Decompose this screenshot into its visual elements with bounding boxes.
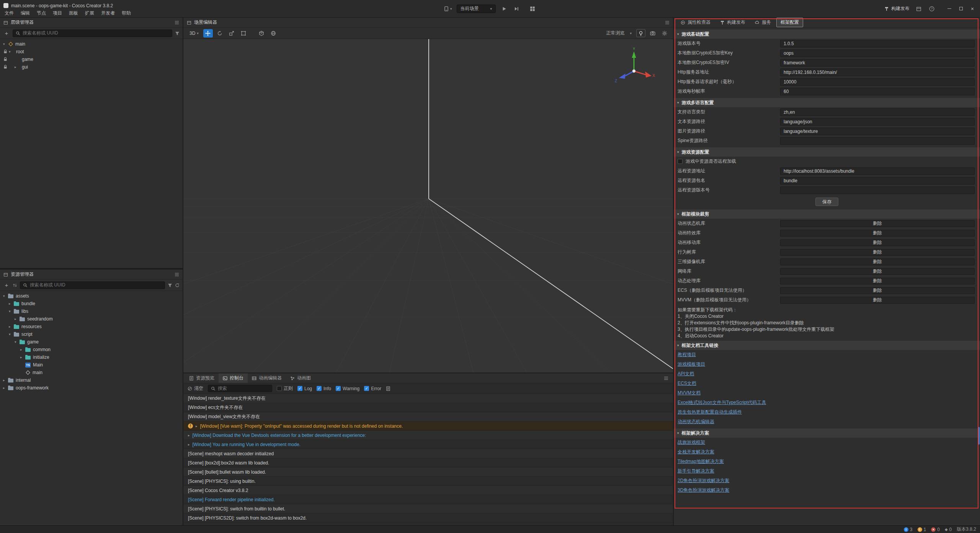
- lighting-toggle-button[interactable]: [636, 29, 645, 37]
- scrollbar-thumb[interactable]: [978, 427, 980, 445]
- delete-module-button[interactable]: 删除: [780, 278, 975, 284]
- tree-node[interactable]: game: [0, 56, 183, 63]
- camera-settings-button[interactable]: [648, 29, 657, 38]
- field-input[interactable]: 10000: [780, 78, 975, 86]
- panel-menu-icon[interactable]: [664, 376, 668, 381]
- doc-link[interactable]: API文档: [678, 371, 694, 377]
- expand-arrow-icon[interactable]: ▸: [15, 317, 20, 321]
- expand-arrow-icon[interactable]: ▾: [9, 50, 14, 54]
- log-line[interactable]: ! ▸ [Window] model_view文件夹不存在: [183, 412, 673, 422]
- rect-tool-button[interactable]: [239, 29, 248, 38]
- clear-console-button[interactable]: 清空: [188, 385, 203, 392]
- console-tab[interactable]: 资源预览: [185, 373, 219, 383]
- inspector-tab[interactable]: 服务: [751, 18, 775, 27]
- console-search-input[interactable]: 搜索: [208, 385, 272, 392]
- move-tool-button[interactable]: [203, 29, 213, 38]
- panel-menu-icon[interactable]: [175, 20, 179, 25]
- log-line[interactable]: ! ▸ [Scene] [PHYSICS]: using builtin.: [183, 477, 673, 486]
- assets-search-input[interactable]: 搜索名称或 UUID: [20, 281, 165, 289]
- tree-node[interactable]: ▾ game: [0, 338, 183, 346]
- doc-link[interactable]: MVVM文档: [678, 390, 701, 396]
- log-line[interactable]: ! ▸ [Scene] [bullet]:bullet wasm lib loa…: [183, 468, 673, 477]
- tree-node[interactable]: ▸ initialize: [0, 353, 183, 361]
- doc-link[interactable]: ECS文档: [678, 380, 696, 387]
- log-line[interactable]: ! ▸ [Scene] Cocos Creator v3.8.2: [183, 486, 673, 495]
- maximize-button[interactable]: [956, 4, 966, 13]
- menu-item[interactable]: 节点: [33, 9, 49, 17]
- refresh-icon[interactable]: [175, 283, 180, 288]
- field-input[interactable]: oops: [780, 49, 975, 57]
- inspector-tab[interactable]: 框架配置: [776, 18, 803, 27]
- section-header[interactable]: ▾ 游戏基础配置: [674, 29, 980, 39]
- console-tab[interactable]: 动画图: [286, 373, 315, 383]
- log-line[interactable]: ! ▸ [Window] Download the Vue Devtools e…: [183, 431, 673, 440]
- log-line[interactable]: ! ▸ [Scene] [box2d]:box2d wasm lib loade…: [183, 458, 673, 468]
- log-line[interactable]: ! ▸ [Scene] [PHYSICS2D]: switch from box…: [183, 513, 673, 523]
- menu-item[interactable]: 项目: [49, 9, 65, 17]
- expand-arrow-icon[interactable]: ▸: [3, 386, 8, 390]
- field-input[interactable]: framework: [780, 59, 975, 67]
- section-header[interactable]: ▾ 框架文档工具链接: [674, 341, 980, 350]
- field-input[interactable]: [780, 186, 975, 194]
- log-line[interactable]: ! ▸ [Scene] [PHYSICS]: switch from built…: [183, 504, 673, 513]
- log-filter[interactable]: ✓ Info: [317, 386, 331, 391]
- delete-module-button[interactable]: 删除: [780, 220, 975, 227]
- log-line[interactable]: ! ▸ [Window] You are running Vue in deve…: [183, 440, 673, 449]
- checkbox[interactable]: [277, 386, 282, 391]
- field-input[interactable]: language/texture: [780, 128, 975, 135]
- expand-arrow-icon[interactable]: ▸: [15, 65, 20, 69]
- tree-node[interactable]: ▾ root: [0, 48, 183, 56]
- pivot-tool-button[interactable]: [257, 29, 266, 38]
- mode-3d-button[interactable]: 3D ▾: [187, 30, 201, 37]
- expand-arrow-icon[interactable]: ▸: [188, 443, 190, 446]
- filter-icon[interactable]: [168, 283, 172, 288]
- delete-module-button[interactable]: 删除: [780, 287, 975, 294]
- expand-arrow-icon[interactable]: ▾: [9, 309, 14, 313]
- close-button[interactable]: ×: [967, 4, 978, 13]
- scene-gear-button[interactable]: [660, 29, 669, 38]
- tree-node[interactable]: ▸ common: [0, 346, 183, 353]
- log-line[interactable]: ! ▸ [Window] [Vue warn]: Property "onInp…: [183, 422, 673, 431]
- panel-menu-icon[interactable]: [175, 272, 179, 277]
- tree-node[interactable]: ▾ main: [0, 40, 183, 48]
- log-line[interactable]: ! ▸ [Window] ecs文件夹不存在: [183, 403, 673, 412]
- scale-tool-button[interactable]: [227, 29, 237, 38]
- inspector-tab[interactable]: 构建发布: [716, 18, 750, 27]
- add-node-button[interactable]: +: [3, 30, 10, 36]
- doc-link[interactable]: 2D角色扮演游戏解决方案: [678, 477, 729, 484]
- field-input[interactable]: http://192.168.0.150/main/: [780, 69, 975, 76]
- field-input[interactable]: bundle: [780, 177, 975, 185]
- delete-module-button[interactable]: 删除: [780, 249, 975, 256]
- expand-arrow-icon[interactable]: ▸: [188, 433, 190, 437]
- expand-arrow-icon[interactable]: ▸: [20, 355, 25, 359]
- expand-arrow-icon[interactable]: ▾: [3, 42, 8, 46]
- help-icon[interactable]: [928, 5, 936, 13]
- coordinate-tool-button[interactable]: [269, 29, 278, 38]
- tree-node[interactable]: ▾ libs: [0, 307, 183, 315]
- layout-button[interactable]: [529, 5, 536, 13]
- save-button[interactable]: 保存: [815, 198, 838, 206]
- doc-link[interactable]: 教程项目: [678, 352, 696, 358]
- doc-link[interactable]: 3D角色扮演游戏解决方案: [678, 487, 729, 494]
- field-input[interactable]: 1.0.5: [780, 40, 975, 47]
- regex-checkbox[interactable]: 正则: [277, 385, 293, 392]
- build-publish-button[interactable]: 构建发布: [884, 5, 910, 12]
- tree-node[interactable]: ▸ bundle: [0, 300, 183, 307]
- add-asset-button[interactable]: +: [3, 282, 10, 288]
- doc-link[interactable]: 战旗游戏框架: [678, 439, 705, 446]
- checkbox[interactable]: ✓: [297, 386, 302, 391]
- log-line[interactable]: ! ▸ [Scene] meshopt wasm decoder initial…: [183, 449, 673, 458]
- package-icon[interactable]: [915, 5, 923, 13]
- tree-node[interactable]: main: [0, 369, 183, 376]
- field-input[interactable]: zh,en: [780, 108, 975, 116]
- doc-link[interactable]: 游戏模板项目: [678, 361, 705, 368]
- tree-node[interactable]: ▸ internal: [0, 376, 183, 384]
- checkbox[interactable]: ✓: [336, 386, 341, 391]
- doc-link[interactable]: Excel格式转Json文件与TypeScript代码工具: [678, 399, 766, 406]
- console-tab[interactable]: 控制台: [219, 373, 248, 383]
- log-filter[interactable]: ✓ Warning: [336, 386, 359, 391]
- log-settings-icon[interactable]: [386, 386, 390, 391]
- tree-node[interactable]: ▸ resources: [0, 323, 183, 330]
- remote-load-checkbox[interactable]: [678, 159, 683, 164]
- view-mode-dropdown[interactable]: 正常浏览 ▾: [604, 30, 634, 36]
